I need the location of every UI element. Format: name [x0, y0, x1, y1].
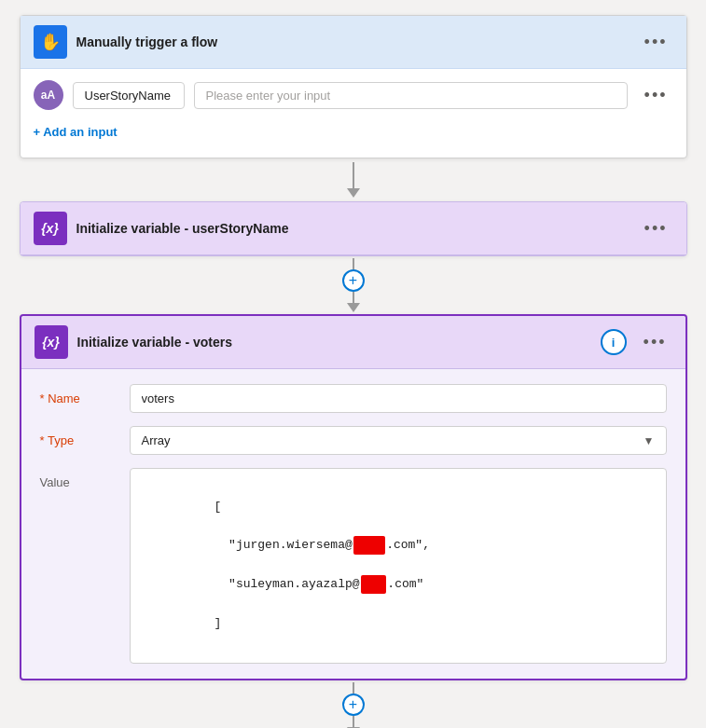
field-value-box[interactable]: Please enter your input	[194, 82, 628, 109]
add-input-button[interactable]: + Add an input	[34, 121, 118, 143]
connector-line-bottom	[353, 292, 354, 303]
trigger-input-row: aA UserStoryName Please enter your input…	[34, 80, 673, 110]
init-var-1-more-button[interactable]: • • •	[637, 215, 673, 242]
info-button[interactable]: i	[601, 329, 627, 355]
trigger-more-button[interactable]: • • •	[637, 29, 673, 56]
trigger-icon: ✋	[34, 25, 67, 59]
field-name-box[interactable]: UserStoryName	[73, 82, 185, 109]
redacted-domain-1: ████	[353, 536, 385, 555]
init-var-1-header: {x} Initialize variable - userStoryName …	[21, 202, 686, 255]
trigger-title: Manually trigger a flow	[76, 34, 628, 49]
avatar: aA	[34, 80, 63, 110]
init-var-2-more-button[interactable]: • • •	[636, 329, 672, 356]
init-var-2-card: {x} Initialize variable - voters i • • •…	[20, 314, 687, 680]
type-select[interactable]: Array ▼	[130, 426, 667, 455]
var-icon-1: {x}	[34, 212, 67, 245]
value-input[interactable]: [ "jurgen.wiersema@████.com", "suleyman.…	[130, 468, 667, 664]
redacted-domain-2: ███	[361, 575, 387, 594]
name-input[interactable]	[130, 384, 667, 413]
plus-button-1[interactable]: +	[342, 269, 365, 292]
init-var-2-body: * Name * Type Array ▼ Value [ "jurgen.wi…	[21, 369, 685, 679]
name-field-row: * Name	[40, 384, 667, 413]
trigger-card: ✋ Manually trigger a flow • • • aA UserS…	[20, 15, 687, 158]
value-field-row: Value [ "jurgen.wiersema@████.com", "sul…	[40, 468, 667, 664]
init-var-2-header[interactable]: {x} Initialize variable - voters i • • •	[21, 316, 685, 369]
init-var-1-card: {x} Initialize variable - userStoryName …	[20, 201, 687, 256]
arrow-connector-1	[347, 158, 360, 201]
init-var-1-title: Initialize variable - userStoryName	[76, 221, 628, 236]
type-label: * Type	[40, 426, 115, 447]
name-label: * Name	[40, 384, 115, 405]
plus-button-2[interactable]: +	[342, 694, 365, 716]
field-more-button[interactable]: • • •	[637, 82, 673, 109]
arrow-line	[353, 162, 354, 188]
plus-connector-2: +	[342, 680, 365, 728]
plus-connector-1: +	[342, 256, 365, 314]
var-icon-2: {x}	[35, 325, 68, 359]
value-label: Value	[40, 468, 115, 489]
trigger-card-header: ✋ Manually trigger a flow • • •	[21, 16, 686, 69]
connector-line-top-2	[353, 682, 354, 694]
trigger-card-body: aA UserStoryName Please enter your input…	[21, 69, 686, 158]
connector-arrow	[347, 303, 360, 312]
init-var-2-title: Initialize variable - voters	[77, 335, 591, 350]
flow-canvas: ✋ Manually trigger a flow • • • aA UserS…	[0, 0, 706, 728]
arrow-head	[347, 188, 360, 198]
connector-line-bottom-2	[353, 716, 354, 727]
type-field-row: * Type Array ▼	[40, 426, 667, 455]
connector-line-top	[353, 258, 354, 269]
chevron-down-icon: ▼	[644, 434, 655, 447]
